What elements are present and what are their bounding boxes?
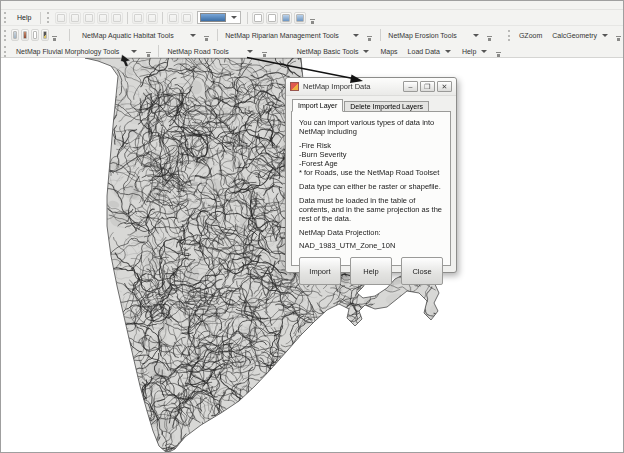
dialog-app-icon (290, 82, 299, 91)
toolbar-overflow[interactable] (204, 29, 209, 41)
toolbar-overflow[interactable] (487, 29, 492, 41)
separator (158, 45, 159, 57)
fixed-zoom-out-icon[interactable] (146, 12, 158, 24)
dropdown-arrow-icon (602, 34, 608, 37)
toolbar-overflow[interactable] (309, 12, 316, 24)
minimize-button[interactable]: – (403, 81, 418, 92)
erosion-tools-menu[interactable]: NetMap Erosion Tools (383, 31, 484, 40)
dropdown-arrow-icon (363, 50, 369, 53)
identify-icon[interactable] (294, 12, 306, 24)
toolbar-grip[interactable] (47, 12, 51, 23)
toolbar-grip[interactable] (4, 30, 7, 41)
separator (127, 12, 128, 24)
pan-icon[interactable] (83, 12, 95, 24)
toolbar-grip[interactable] (4, 46, 8, 57)
layout-icon[interactable] (31, 29, 39, 41)
redo-icon[interactable] (69, 12, 81, 24)
netmap-import-data-dialog: NetMap Import Data – ❐ ✕ Import Layer De… (285, 77, 457, 273)
dropdown-arrow-icon (231, 16, 237, 19)
dropdown-arrow-icon (247, 50, 253, 53)
zoom-out-icon[interactable] (97, 12, 109, 24)
separator (217, 29, 218, 41)
close-button[interactable]: Close (401, 257, 443, 285)
toolbar-grip[interactable] (508, 30, 511, 41)
dropdown-arrow-icon (353, 34, 359, 37)
dropdown-arrow-icon (481, 50, 487, 53)
gzoom-button[interactable]: GZoom (514, 31, 547, 40)
menu-help[interactable]: Help (11, 12, 37, 23)
toolbar-row-netmap-lower: NetMap Fluvial Morphology Tools NetMap R… (1, 44, 623, 58)
forward-extent-icon[interactable] (181, 12, 193, 24)
calcgeometry-menu[interactable]: CalcGeometry (547, 31, 614, 40)
toolbar-overflow[interactable] (367, 29, 372, 41)
dialog-titlebar[interactable]: NetMap Import Data – ❐ ✕ (286, 78, 456, 96)
import-layer-tabpage: You can import various types of data int… (291, 111, 451, 266)
list-item-roads-note: * for Roads, use the NetMap Road Toolset (299, 168, 443, 177)
find-icon[interactable] (280, 12, 292, 24)
fluvial-morphology-tools-menu[interactable]: NetMap Fluvial Morphology Tools (11, 47, 143, 56)
separator (380, 29, 381, 41)
undo-icon[interactable] (55, 12, 67, 24)
separator (247, 12, 248, 24)
application-window: Help (0, 0, 624, 453)
projection-label: NetMap Data Projection: (299, 228, 443, 237)
toolbar-overflow[interactable] (495, 45, 502, 57)
clear-selection-icon[interactable] (266, 12, 278, 24)
road-tools-menu[interactable]: NetMap Road Tools (162, 47, 258, 56)
toolbar-overflow[interactable] (52, 29, 57, 41)
separator (40, 12, 41, 24)
load-data-menu[interactable]: Load Data (403, 47, 457, 56)
scale-combobox[interactable] (197, 11, 241, 24)
toolbar-overflow[interactable] (616, 29, 621, 41)
dropdown-arrow-icon (190, 34, 196, 37)
scale-swatch (200, 13, 226, 22)
dropdown-arrow-icon (131, 50, 137, 53)
maximize-button[interactable]: ❐ (420, 81, 435, 92)
table-of-contents-icon[interactable] (11, 29, 19, 41)
toolbar-area: Help (1, 1, 623, 58)
dialog-title: NetMap Import Data (303, 82, 401, 91)
close-window-button[interactable]: ✕ (437, 81, 452, 92)
separator (162, 12, 163, 24)
riparian-management-tools-menu[interactable]: NetMap Riparian Management Tools (220, 31, 365, 40)
toolbar-overflow[interactable] (261, 45, 268, 57)
projection-value: NAD_1983_UTM_Zone_10N (299, 241, 443, 250)
fixed-zoom-in-icon[interactable] (132, 12, 144, 24)
catalog-icon[interactable] (21, 29, 29, 41)
list-item-fire-risk: -Fire Risk (299, 141, 443, 150)
select-elements-icon[interactable] (252, 12, 264, 24)
dropdown-arrow-icon (473, 34, 479, 37)
separator (69, 29, 70, 41)
help-menu-netmap[interactable]: Help (457, 47, 493, 56)
toolbox-icon[interactable] (41, 29, 49, 41)
aquatic-habitat-tools-menu[interactable]: NetMap Aquatic Habitat Tools (77, 31, 202, 40)
toolbar-grip[interactable] (4, 12, 8, 23)
toolbar-overflow[interactable] (145, 45, 152, 57)
intro-text: You can import various types of data int… (299, 118, 443, 136)
basic-tools-menu[interactable]: NetMap Basic Tools (292, 47, 376, 56)
import-button[interactable]: Import (299, 257, 341, 285)
tab-import-layer[interactable]: Import Layer (292, 99, 343, 112)
maps-menu[interactable]: Maps (375, 47, 402, 56)
dialog-buttons: Import Help Close (299, 257, 443, 285)
raster-shapefile-note: Data type can either be raster or shapef… (299, 182, 443, 191)
back-extent-icon[interactable] (167, 12, 179, 24)
toolbar-row-standard: Help (1, 9, 623, 26)
list-item-forest-age: -Forest Age (299, 159, 443, 168)
list-item-burn-severity: -Burn Severity (299, 150, 443, 159)
projection-note: Data must be loaded in the table of cont… (299, 196, 443, 223)
toolbar-row-netmap-upper: NetMap Aquatic Habitat Tools NetMap Ripa… (1, 27, 623, 43)
dropdown-arrow-icon (445, 50, 451, 53)
full-extent-icon[interactable] (111, 12, 123, 24)
help-button[interactable]: Help (350, 257, 392, 285)
